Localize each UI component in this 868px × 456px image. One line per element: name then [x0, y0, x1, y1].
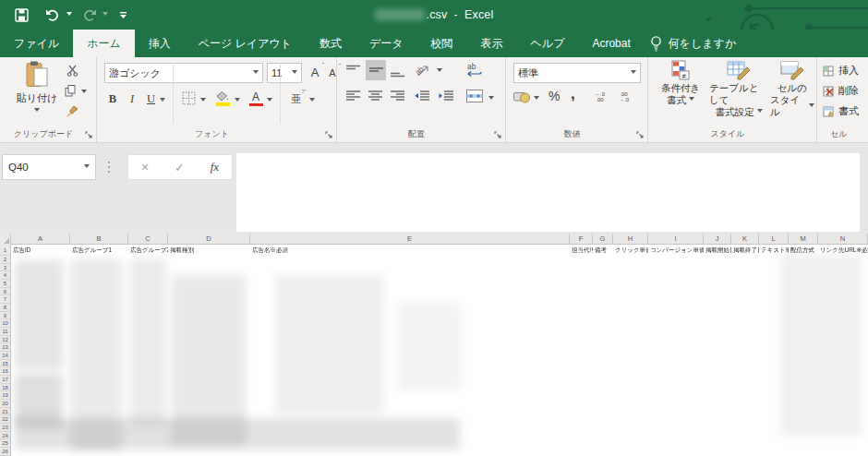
formula-bar-handle[interactable] [108, 162, 111, 174]
row-number-24[interactable]: 24 [0, 432, 10, 440]
row-number-23[interactable]: 23 [0, 424, 10, 432]
number-format-combo[interactable]: 標準 [513, 63, 641, 83]
font-name-combo[interactable]: 游ゴシック [104, 63, 263, 83]
accounting-format-button[interactable] [513, 90, 530, 103]
cancel-button[interactable]: × [141, 160, 149, 174]
font-dialog-launcher[interactable] [325, 131, 333, 139]
column-header-J[interactable]: J [704, 234, 731, 245]
comma-style-button[interactable]: , [571, 85, 575, 103]
alignment-dialog-launcher[interactable] [494, 131, 502, 139]
row-number-9[interactable]: 9 [0, 312, 10, 320]
cell-E1[interactable]: 広告名※必須 [250, 245, 570, 256]
column-header-H[interactable]: H [613, 234, 648, 245]
borders-dropdown[interactable] [200, 98, 206, 104]
name-box-dropdown[interactable] [84, 164, 90, 171]
cell-A1[interactable]: 広告ID [11, 245, 70, 256]
row-number-8[interactable]: 8 [0, 304, 10, 312]
column-header-M[interactable]: M [789, 234, 818, 245]
row-number-10[interactable]: 10 [0, 319, 10, 328]
copy-dropdown[interactable] [81, 90, 87, 96]
cell-G1[interactable]: 備考 [593, 245, 613, 256]
column-header-D[interactable]: D [168, 234, 250, 245]
column-header-F[interactable]: F [570, 234, 593, 245]
font-color-button[interactable]: A [248, 89, 263, 109]
middle-align-button[interactable] [366, 60, 386, 80]
row-number-5[interactable]: 5 [0, 280, 10, 288]
insert-cells-button[interactable]: 挿入 [823, 64, 859, 78]
accounting-dropdown[interactable] [534, 96, 539, 102]
tab-データ[interactable]: データ [356, 30, 417, 57]
tab-校閲[interactable]: 校閲 [417, 30, 467, 57]
row-number-12[interactable]: 12 [0, 336, 10, 344]
row-number-3[interactable]: 3 [0, 264, 10, 272]
align-left-button[interactable] [346, 90, 360, 102]
tab-Acrobat[interactable]: Acrobat [578, 30, 644, 57]
row-number-26[interactable]: 26 [0, 448, 10, 456]
format-cells-button[interactable]: 書式 [823, 104, 859, 118]
tab-表示[interactable]: 表示 [467, 30, 517, 57]
tab-ヘルプ[interactable]: ヘルプ [517, 30, 579, 57]
font-size-combo[interactable]: 11 [267, 63, 302, 83]
cell-B1[interactable]: 広告グループ1 [70, 245, 128, 256]
orientation-button[interactable]: ab [415, 61, 433, 79]
fill-color-button[interactable] [215, 90, 230, 108]
merge-center-button[interactable] [466, 90, 483, 102]
increase-font-button[interactable]: Aˆ [307, 63, 322, 81]
tab-ファイル[interactable]: ファイル [0, 30, 73, 57]
column-header-L[interactable]: L [759, 234, 789, 245]
phonetic-dropdown[interactable] [309, 98, 315, 104]
decrease-decimal-button[interactable]: .00→.0 [619, 91, 629, 102]
row-number-4[interactable]: 4 [0, 271, 10, 280]
decrease-indent-button[interactable] [415, 90, 429, 102]
row-number-14[interactable]: 14 [0, 352, 10, 360]
enter-button[interactable]: ✓ [175, 161, 185, 174]
row-number-19[interactable]: 19 [0, 391, 10, 400]
column-header-I[interactable]: I [648, 234, 704, 245]
row-number-13[interactable]: 13 [0, 343, 10, 352]
phonetic-guide-button[interactable]: 亜ア [289, 90, 304, 107]
orientation-dropdown[interactable] [437, 68, 442, 75]
underline-button[interactable]: U [145, 90, 157, 107]
cell-D1[interactable]: 掲載種別 [168, 245, 250, 256]
row-number-25[interactable]: 25 [0, 439, 10, 448]
row-number-18[interactable]: 18 [0, 384, 10, 392]
column-header-B[interactable]: B [70, 234, 128, 245]
conditional-formatting-button[interactable]: ≠ 条件付き 書式 [652, 60, 709, 106]
column-header-C[interactable]: C [128, 234, 168, 245]
row-number-6[interactable]: 6 [0, 288, 10, 296]
row-number-21[interactable]: 21 [0, 408, 10, 416]
borders-button[interactable] [182, 91, 196, 105]
insert-function-button[interactable]: fx [211, 160, 219, 174]
top-align-button[interactable] [346, 65, 360, 76]
bold-button[interactable]: B [106, 90, 119, 107]
tab-挿入[interactable]: 挿入 [135, 30, 185, 57]
increase-decimal-button[interactable]: ←.0.00 [595, 91, 605, 102]
row-number-17[interactable]: 17 [0, 376, 10, 384]
cell-K1[interactable]: 掲載終了日 [731, 245, 759, 256]
column-header-K[interactable]: K [731, 234, 759, 245]
increase-indent-button[interactable] [439, 90, 453, 102]
row-number-11[interactable]: 11 [0, 328, 10, 336]
column-header-E[interactable]: E [250, 234, 570, 245]
format-as-table-button[interactable]: テーブルとして 書式設定 [709, 60, 768, 118]
cell-styles-button[interactable]: セルの スタイル [770, 60, 814, 118]
fill-color-dropdown[interactable] [235, 98, 240, 104]
format-painter-button[interactable] [66, 105, 78, 117]
center-button[interactable] [368, 90, 382, 102]
copy-button[interactable] [65, 85, 76, 97]
tab-ホーム[interactable]: ホーム [73, 30, 135, 57]
row-number-22[interactable]: 22 [0, 415, 10, 424]
italic-button[interactable]: I [127, 90, 138, 107]
underline-dropdown[interactable] [160, 98, 165, 104]
percent-style-button[interactable]: % [549, 89, 560, 103]
row-number-2[interactable]: 2 [0, 256, 10, 264]
cell-J1[interactable]: 掲載開始日 [704, 245, 731, 256]
clipboard-dialog-launcher[interactable] [85, 131, 93, 139]
delete-cells-button[interactable]: 削除 [823, 84, 859, 98]
wrap-text-button[interactable]: ab [464, 61, 485, 79]
cell-C1[interactable]: 広告グループ2 [128, 245, 168, 256]
column-header-G[interactable]: G [593, 234, 613, 245]
row-number-16[interactable]: 16 [0, 367, 10, 376]
tab-ページ レイアウト[interactable]: ページ レイアウト [185, 30, 306, 57]
tell-me-box[interactable]: 何をしますか [650, 30, 736, 57]
